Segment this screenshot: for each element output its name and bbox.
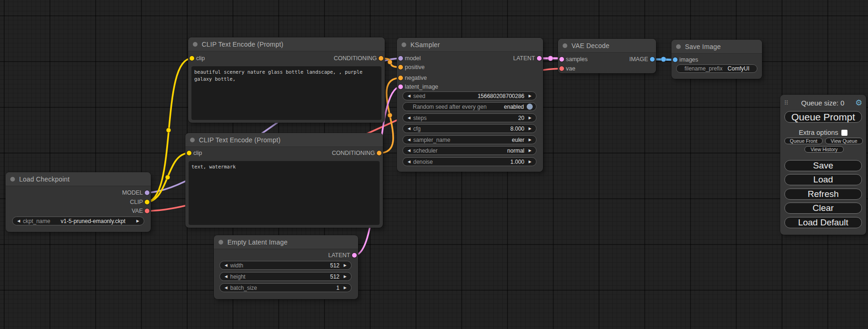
node-graph-canvas[interactable]: Load Checkpoint MODEL CLIP VAE ckpt_name… bbox=[0, 0, 868, 329]
next-arrow-icon[interactable] bbox=[527, 160, 533, 164]
node-clip-text-encode-positive[interactable]: CLIP Text Encode (Prompt) clip CONDITION… bbox=[188, 37, 385, 123]
node-ksampler[interactable]: KSampler model LATENT positive negative … bbox=[397, 38, 543, 172]
next-arrow-icon[interactable] bbox=[527, 148, 533, 153]
widget-value: v1-5-pruned-emaonly.ckpt bbox=[50, 218, 135, 224]
node-title-bar[interactable]: Load Checkpoint bbox=[6, 172, 151, 186]
node-clip-text-encode-negative[interactable]: CLIP Text Encode (Prompt) clip CONDITION… bbox=[185, 133, 383, 228]
next-arrow-icon[interactable] bbox=[135, 219, 141, 223]
input-port-latent-image[interactable] bbox=[398, 84, 403, 89]
output-port-conditioning[interactable] bbox=[379, 56, 383, 61]
view-queue-button[interactable]: View Queue bbox=[825, 138, 863, 144]
widget-value: normal bbox=[503, 147, 527, 154]
decrement-arrow-icon[interactable] bbox=[223, 274, 229, 279]
width-widget[interactable]: width 512 bbox=[219, 261, 352, 270]
decrement-arrow-icon[interactable] bbox=[406, 116, 412, 120]
output-port-model[interactable] bbox=[145, 190, 149, 195]
widget-value: 1 bbox=[332, 285, 342, 291]
prompt-textarea[interactable]: beautiful scenery nature glass bottle la… bbox=[191, 66, 381, 120]
node-title-bar[interactable]: Save Image bbox=[671, 40, 762, 54]
collapse-dot-icon[interactable] bbox=[563, 43, 567, 48]
node-title-bar[interactable]: Empty Latent Image bbox=[214, 235, 358, 249]
scheduler-widget[interactable]: scheduler normal bbox=[402, 146, 536, 155]
drag-handle-icon[interactable]: ⠿ bbox=[784, 99, 791, 106]
collapse-dot-icon[interactable] bbox=[676, 44, 681, 49]
widget-value: 512 bbox=[326, 262, 342, 269]
collapse-dot-icon[interactable] bbox=[190, 138, 195, 142]
input-port-vae[interactable] bbox=[559, 66, 564, 71]
toggle-on-icon[interactable] bbox=[527, 104, 533, 110]
node-title-bar[interactable]: VAE Decode bbox=[558, 39, 656, 53]
node-title: CLIP Text Encode (Prompt) bbox=[199, 136, 281, 144]
ckpt-name-widget[interactable]: ckpt_name v1-5-pruned-emaonly.ckpt bbox=[12, 217, 144, 225]
output-label-latent: LATENT bbox=[328, 252, 350, 259]
input-port-negative[interactable] bbox=[398, 76, 403, 80]
filename-prefix-widget[interactable]: filename_prefix ComfyUI bbox=[676, 64, 757, 73]
clear-button[interactable]: Clear bbox=[784, 203, 862, 214]
batch-size-widget[interactable]: batch_size 1 bbox=[219, 283, 352, 292]
output-port-latent[interactable] bbox=[352, 253, 357, 258]
increment-arrow-icon[interactable] bbox=[527, 116, 533, 120]
prompt-textarea[interactable]: text, watermark bbox=[189, 161, 380, 225]
node-load-checkpoint[interactable]: Load Checkpoint MODEL CLIP VAE ckpt_name… bbox=[6, 172, 151, 232]
load-button[interactable]: Load bbox=[784, 174, 862, 185]
node-title-bar[interactable]: KSampler bbox=[397, 38, 543, 52]
collapse-dot-icon[interactable] bbox=[10, 177, 15, 182]
random-seed-toggle-widget[interactable]: Random seed after every gen enabled bbox=[402, 102, 536, 111]
node-title: KSampler bbox=[410, 41, 440, 49]
widget-label: cfg bbox=[412, 126, 507, 132]
output-port-latent[interactable] bbox=[537, 56, 542, 61]
queue-front-button[interactable]: Queue Front bbox=[784, 138, 823, 144]
prev-arrow-icon[interactable] bbox=[406, 148, 412, 153]
node-title: CLIP Text Encode (Prompt) bbox=[202, 41, 283, 48]
output-port-clip[interactable] bbox=[145, 200, 149, 204]
sampler-name-widget[interactable]: sampler_name euler bbox=[402, 135, 536, 144]
input-port-positive[interactable] bbox=[398, 65, 403, 70]
refresh-button[interactable]: Refresh bbox=[784, 189, 862, 200]
output-port-vae[interactable] bbox=[145, 209, 149, 213]
output-label-conditioning: CONDITIONING bbox=[334, 55, 377, 62]
save-button[interactable]: Save bbox=[784, 160, 862, 171]
output-port-conditioning[interactable] bbox=[377, 151, 381, 155]
node-vae-decode[interactable]: VAE Decode samples IMAGE vae bbox=[558, 39, 656, 73]
node-title: VAE Decode bbox=[572, 42, 609, 49]
next-arrow-icon[interactable] bbox=[527, 138, 533, 142]
node-empty-latent-image[interactable]: Empty Latent Image LATENT width 512 heig… bbox=[214, 235, 358, 299]
input-port-images[interactable] bbox=[673, 57, 677, 62]
increment-arrow-icon[interactable] bbox=[342, 286, 348, 290]
widget-label: scheduler bbox=[412, 147, 503, 154]
settings-gear-icon[interactable]: ⚙ bbox=[854, 98, 862, 108]
decrement-arrow-icon[interactable] bbox=[406, 94, 412, 98]
decrement-arrow-icon[interactable] bbox=[406, 126, 412, 131]
increment-arrow-icon[interactable] bbox=[527, 126, 533, 131]
queue-prompt-button[interactable]: Queue Prompt bbox=[784, 111, 862, 123]
load-default-button[interactable]: Load Default bbox=[784, 217, 862, 228]
increment-arrow-icon[interactable] bbox=[342, 263, 348, 267]
node-title-bar[interactable]: CLIP Text Encode (Prompt) bbox=[185, 133, 383, 147]
widget-value: euler bbox=[508, 137, 527, 143]
cfg-widget[interactable]: cfg 8.000 bbox=[402, 124, 536, 133]
decrement-arrow-icon[interactable] bbox=[406, 160, 412, 164]
input-label-latent-image: latent_image bbox=[405, 84, 438, 90]
collapse-dot-icon[interactable] bbox=[219, 240, 223, 245]
prev-arrow-icon[interactable] bbox=[16, 219, 21, 223]
node-save-image[interactable]: Save Image images filename_prefix ComfyU… bbox=[671, 40, 762, 79]
view-history-button[interactable]: View History bbox=[804, 146, 844, 153]
collapse-dot-icon[interactable] bbox=[402, 42, 406, 47]
queue-menu-panel: ⠿ Queue size: 0 ⚙ Queue Prompt Extra opt… bbox=[780, 95, 866, 235]
collapse-dot-icon[interactable] bbox=[193, 42, 198, 47]
node-title-bar[interactable]: CLIP Text Encode (Prompt) bbox=[188, 37, 385, 51]
increment-arrow-icon[interactable] bbox=[342, 274, 348, 279]
output-label-image: IMAGE bbox=[629, 56, 648, 63]
seed-widget[interactable]: seed 156680208700286 bbox=[402, 91, 536, 100]
height-widget[interactable]: height 512 bbox=[219, 272, 352, 281]
prev-arrow-icon[interactable] bbox=[406, 138, 412, 142]
denoise-widget[interactable]: denoise 1.000 bbox=[402, 157, 536, 166]
output-port-image[interactable] bbox=[650, 57, 655, 62]
decrement-arrow-icon[interactable] bbox=[223, 263, 229, 267]
steps-widget[interactable]: steps 20 bbox=[402, 113, 536, 122]
widget-label: width bbox=[229, 262, 326, 269]
extra-options-checkbox[interactable] bbox=[841, 130, 847, 136]
increment-arrow-icon[interactable] bbox=[527, 94, 533, 98]
widget-value: 8.000 bbox=[507, 126, 527, 132]
decrement-arrow-icon[interactable] bbox=[223, 286, 229, 290]
